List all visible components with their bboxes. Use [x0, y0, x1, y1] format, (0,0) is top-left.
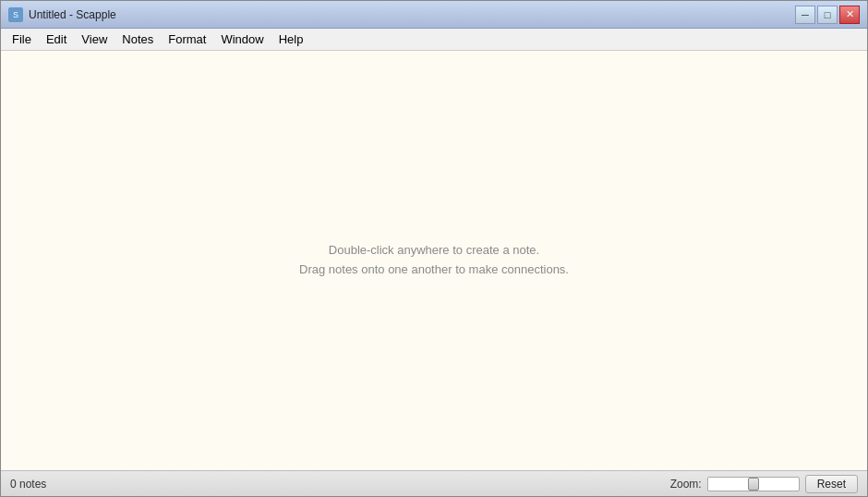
menu-item-format[interactable]: Format	[161, 30, 213, 48]
canvas-hint: Double-click anywhere to create a note. …	[299, 241, 569, 280]
canvas-hint-line1: Double-click anywhere to create a note.	[299, 241, 569, 261]
minimize-button[interactable]: ─	[795, 6, 815, 24]
status-bar: 0 notes Zoom: Reset	[1, 470, 867, 496]
canvas-hint-line2: Drag notes onto one another to make conn…	[299, 261, 569, 280]
title-text: Untitled - Scapple	[29, 8, 116, 21]
menu-item-help[interactable]: Help	[271, 30, 311, 48]
zoom-label: Zoom:	[670, 478, 702, 491]
menu-item-file[interactable]: File	[5, 30, 39, 48]
title-bar: S Untitled - Scapple ─ □ ✕	[1, 1, 867, 29]
notes-count: 0 notes	[10, 478, 46, 491]
canvas-area[interactable]: Double-click anywhere to create a note. …	[1, 51, 867, 470]
menu-item-notes[interactable]: Notes	[115, 30, 161, 48]
menu-item-view[interactable]: View	[74, 30, 115, 48]
app-icon: S	[8, 7, 23, 22]
maximize-button[interactable]: □	[817, 6, 838, 24]
menu-item-window[interactable]: Window	[213, 30, 271, 48]
window-controls: ─ □ ✕	[795, 6, 860, 24]
menu-item-edit[interactable]: Edit	[39, 30, 74, 48]
app-window: S Untitled - Scapple ─ □ ✕ File Edit Vie…	[0, 0, 868, 497]
zoom-slider[interactable]	[707, 477, 800, 491]
close-button[interactable]: ✕	[839, 6, 860, 24]
reset-button[interactable]: Reset	[805, 475, 858, 493]
zoom-control: Zoom: Reset	[670, 475, 858, 493]
title-bar-left: S Untitled - Scapple	[8, 7, 116, 22]
menu-bar: File Edit View Notes Format Window Help	[1, 29, 867, 51]
